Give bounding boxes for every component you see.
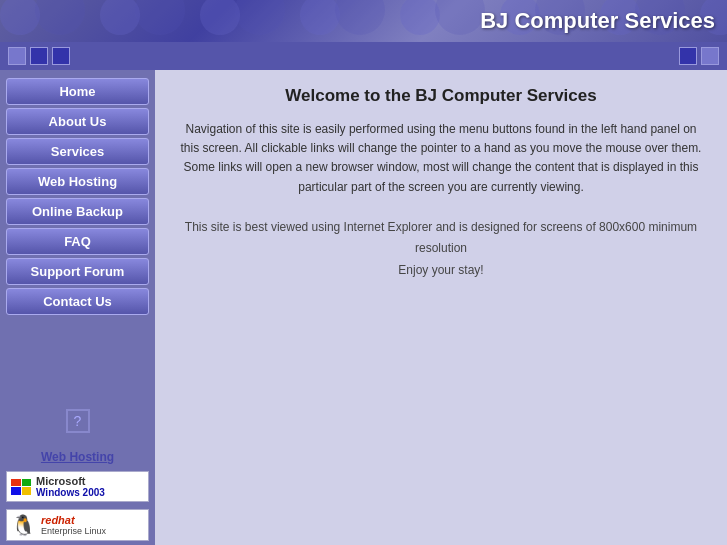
resolution-note-text: This site is best viewed using Internet … bbox=[185, 220, 697, 256]
content-title: Welcome to the BJ Computer Services bbox=[175, 86, 707, 106]
web-hosting-label: Web Hosting bbox=[6, 450, 149, 464]
windows-flag-icon bbox=[11, 479, 31, 495]
toolbar-btn-2[interactable] bbox=[30, 47, 48, 65]
sidebar: Home About Us Services Web Hosting Onlin… bbox=[0, 70, 155, 545]
toolbar-btn-1[interactable] bbox=[8, 47, 26, 65]
toolbar-btn-5[interactable] bbox=[701, 47, 719, 65]
sidebar-item-web-hosting[interactable]: Web Hosting bbox=[6, 168, 149, 195]
sidebar-item-faq[interactable]: FAQ bbox=[6, 228, 149, 255]
sidebar-icon[interactable]: ? bbox=[66, 409, 90, 433]
toolbar-btn-3[interactable] bbox=[52, 47, 70, 65]
windows-badge-sub: Windows 2003 bbox=[36, 487, 105, 498]
site-title: BJ Computer Services bbox=[480, 8, 715, 34]
redhat-badge-text: redhat Enterprise Linux bbox=[41, 514, 106, 536]
content-area: Welcome to the BJ Computer Services Navi… bbox=[155, 70, 727, 545]
content-resolution-note: This site is best viewed using Internet … bbox=[175, 217, 707, 282]
content-intro: Navigation of this site is easily perfor… bbox=[175, 120, 707, 197]
header: BJ Computer Services bbox=[0, 0, 727, 42]
windows-badge-main: Microsoft bbox=[36, 475, 105, 487]
sidebar-item-support-forum[interactable]: Support Forum bbox=[6, 258, 149, 285]
question-icon: ? bbox=[74, 413, 82, 429]
sidebar-item-online-backup[interactable]: Online Backup bbox=[6, 198, 149, 225]
windows-badge-text: Microsoft Windows 2003 bbox=[36, 475, 105, 498]
toolbar-left bbox=[8, 47, 70, 65]
toolbar bbox=[0, 42, 727, 70]
redhat-badge-main: redhat bbox=[41, 514, 106, 526]
tux-icon: 🐧 bbox=[11, 513, 36, 537]
toolbar-btn-4[interactable] bbox=[679, 47, 697, 65]
enjoy-text: Enjoy your stay! bbox=[398, 263, 483, 277]
redhat-badge-sub: Enterprise Linux bbox=[41, 526, 106, 536]
windows-badge[interactable]: Microsoft Windows 2003 bbox=[6, 471, 149, 502]
sidebar-item-home[interactable]: Home bbox=[6, 78, 149, 105]
toolbar-right bbox=[679, 47, 719, 65]
sidebar-item-services[interactable]: Services bbox=[6, 138, 149, 165]
redhat-badge[interactable]: 🐧 redhat Enterprise Linux bbox=[6, 509, 149, 541]
sidebar-item-about-us[interactable]: About Us bbox=[6, 108, 149, 135]
sidebar-item-contact-us[interactable]: Contact Us bbox=[6, 288, 149, 315]
sidebar-spacer bbox=[6, 318, 149, 398]
main-wrapper: Home About Us Services Web Hosting Onlin… bbox=[0, 70, 727, 545]
